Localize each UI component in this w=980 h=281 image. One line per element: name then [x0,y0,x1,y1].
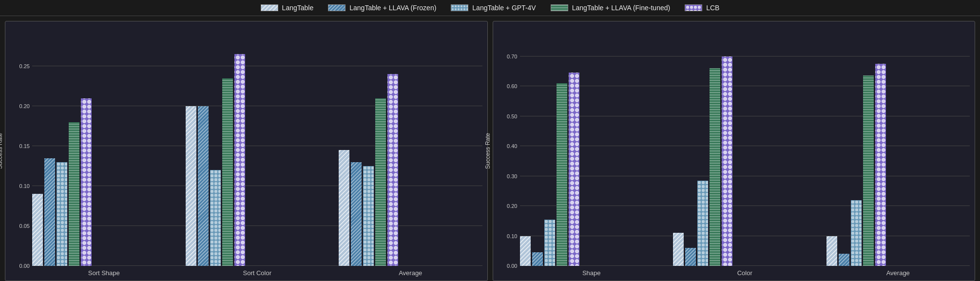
bar-gpt4v [544,220,555,266]
legend: LangTableLangTable + LLAVA (Frozen)LangT… [0,0,980,16]
y-tick-label: 0.10 [19,183,30,189]
y-tick-label: 0.00 [507,263,517,269]
bar-llava-finetuned [69,122,79,266]
bar-langtable [826,236,837,266]
groups-container: ShapeColorAverage [520,26,970,266]
y-axis-label-left: Success Rate [0,133,3,169]
bar-gpt4v [851,200,862,266]
bar-group-label: Average [886,269,910,277]
legend-item-llava-frozen: LangTable + LLAVA (Frozen) [328,4,436,12]
bar-llava-frozen [532,252,543,266]
main-container: LangTableLangTable + LLAVA (Frozen)LangT… [0,0,980,281]
bar-group: Average [826,26,970,266]
bar-lcb [722,56,732,266]
y-tick-label: 0.25 [19,63,30,69]
legend-swatch-lcb [685,4,702,11]
y-axis-label-right: Success Rate [484,133,491,169]
y-tick-label: 0.00 [19,263,30,269]
bar-gpt4v [57,162,67,266]
y-tick-label: 0.40 [507,143,517,149]
bar-gpt4v [363,166,374,266]
bar-group-label: Average [399,269,422,277]
bar-llava-finetuned [710,68,720,266]
y-tick-label: 0.10 [507,233,517,239]
bar-lcb [875,64,886,266]
legend-swatch-gpt4v [451,4,468,11]
bar-group: Sort Color [186,26,329,266]
y-tick-label: 0.15 [19,143,30,149]
legend-item-lcb: LCB [685,4,719,12]
bar-llava-frozen [839,254,849,266]
legend-item-llava-finetuned: LangTable + LLAVA (Fine-tuned) [551,4,670,12]
bar-llava-finetuned [222,78,233,266]
charts-row: Success Rate 0.000.050.100.150.200.25Sor… [0,16,980,281]
groups-container: Sort ShapeSort ColorAverage [32,26,482,266]
chart-right: Success Rate 0.000.100.200.300.400.500.6… [493,21,976,281]
legend-swatch-llava-frozen [328,4,346,11]
bar-llava-frozen [685,248,696,266]
bar-llava-frozen [351,162,362,266]
bar-group: Shape [520,26,664,266]
bar-gpt4v [210,170,221,266]
legend-label-llava-finetuned: LangTable + LLAVA (Fine-tuned) [572,4,670,12]
bar-llava-finetuned [375,98,386,266]
bar-lcb [569,73,579,266]
bar-llava-finetuned [557,83,567,266]
legend-swatch-langtable [261,4,278,11]
legend-swatch-llava-finetuned [551,4,568,11]
legend-item-gpt4v: LangTable + GPT-4V [451,4,536,12]
y-tick-label: 0.30 [507,173,517,179]
bar-lcb [81,98,92,266]
bar-langtable [520,236,531,266]
bar-group: Color [673,26,817,266]
y-tick-label: 0.50 [507,113,517,119]
bar-langtable [673,233,684,266]
legend-label-llava-frozen: LangTable + LLAVA (Frozen) [349,4,436,12]
bar-group-label: Color [737,269,752,277]
y-tick-label: 0.20 [19,103,30,109]
legend-label-gpt4v: LangTable + GPT-4V [472,4,536,12]
bar-langtable [186,106,196,266]
bar-lcb [387,74,398,266]
chart-area-right: 0.000.100.200.300.400.500.600.70ShapeCol… [520,26,970,266]
bar-llava-frozen [198,106,209,266]
bar-group-label: Sort Shape [88,269,120,277]
chart-left: Success Rate 0.000.050.100.150.200.25Sor… [5,21,488,281]
legend-item-langtable: LangTable [261,4,314,12]
y-tick-label: 0.70 [507,54,517,59]
y-tick-label: 0.20 [507,203,517,209]
legend-label-langtable: LangTable [282,4,314,12]
bar-langtable [32,194,43,266]
bar-group-label: Sort Color [243,269,271,277]
chart-area-left: 0.000.050.100.150.200.25Sort ShapeSort C… [32,26,482,266]
legend-label-lcb: LCB [706,4,719,12]
bar-group: Average [339,26,482,266]
y-tick-label: 0.05 [19,223,30,229]
bar-lcb [234,54,245,266]
y-tick-label: 0.60 [507,83,517,89]
bar-group: Sort Shape [32,26,176,266]
bar-group-label: Shape [582,269,601,277]
bar-llava-frozen [44,158,55,266]
bar-langtable [339,150,349,266]
bar-gpt4v [697,181,708,266]
bar-llava-finetuned [863,75,874,266]
